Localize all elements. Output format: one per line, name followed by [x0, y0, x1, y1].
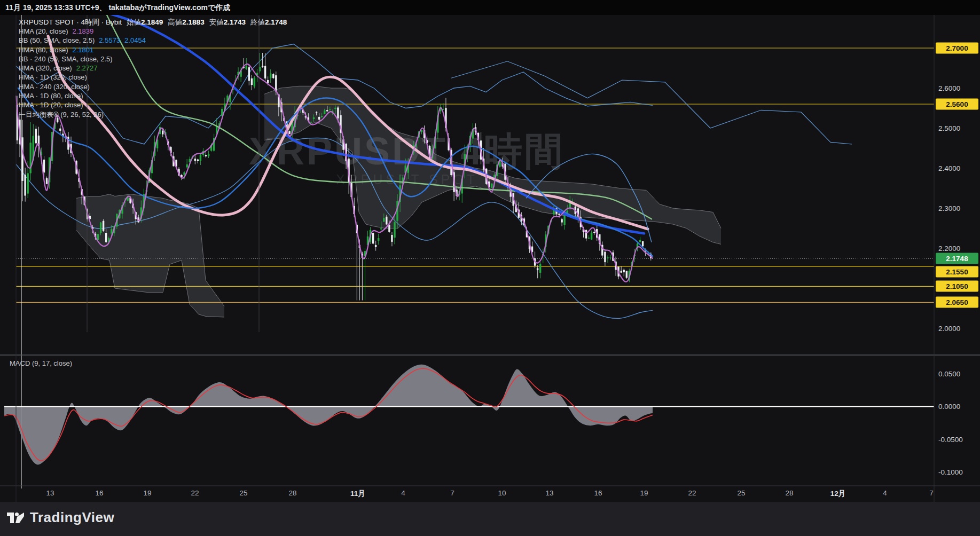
creation-header-text: 11月 19, 2025 13:33 UTC+9、 takatabaがTradi…	[5, 3, 230, 12]
time-tick-label: 7	[929, 489, 934, 497]
tradingview-logo-text: TradingView	[30, 509, 114, 526]
tradingview-logo[interactable]: TradingView	[6, 509, 114, 526]
time-tick-label: 10	[498, 489, 506, 497]
current-price-badge: 2.1748	[936, 253, 978, 264]
price-tick-label: 2.2000	[938, 245, 960, 253]
level-price-badge: 2.1050	[936, 281, 978, 292]
chart-canvas[interactable]: XRPUSDT 4時間XRPUSDT SPOT	[0, 0, 980, 502]
level-price-badge: 2.5600	[936, 99, 978, 110]
time-tick-label: 22	[688, 489, 696, 497]
time-axis-labels: 13161922252811月471013161922252812月47	[0, 486, 934, 502]
time-tick-label: 7	[450, 489, 454, 497]
level-price-badge: 2.0650	[936, 297, 978, 308]
price-tick-label: -0.0500	[938, 436, 963, 444]
price-tick-label: -0.1000	[938, 468, 963, 476]
time-tick-label: 22	[191, 489, 199, 497]
tradingview-mark-icon	[6, 510, 25, 526]
time-tick-label: 13	[46, 489, 54, 497]
price-tick-label: 2.4000	[938, 164, 960, 172]
time-tick-label: 13	[545, 489, 553, 497]
time-tick-label: 19	[640, 489, 648, 497]
time-tick-label: 11月	[350, 489, 365, 499]
time-tick-label: 25	[239, 489, 247, 497]
time-tick-label: 25	[737, 489, 745, 497]
price-tick-label: 0.0000	[938, 403, 960, 411]
level-price-badge: 2.1550	[936, 266, 978, 278]
price-tick-label: 2.0000	[938, 325, 960, 333]
time-tick-label: 19	[143, 489, 151, 497]
time-tick-label: 28	[288, 489, 296, 497]
tradingview-screenshot: 11月 19, 2025 13:33 UTC+9、 takatabaがTradi…	[0, 0, 980, 536]
macd-area	[4, 365, 653, 465]
price-tick-label: 2.6000	[938, 84, 960, 92]
price-tick-label: 2.3000	[938, 204, 960, 212]
time-tick-label: 4	[401, 489, 405, 497]
macd-legend-label[interactable]: MACD (9, 17, close)	[10, 359, 72, 367]
time-tick-label: 28	[785, 489, 793, 497]
price-tick-label: 0.0500	[938, 370, 960, 378]
footer-bar: TradingView	[0, 502, 980, 536]
creation-header: 11月 19, 2025 13:33 UTC+9、 takatabaがTradi…	[0, 0, 980, 15]
time-tick-label: 16	[594, 489, 602, 497]
level-price-badge: 2.7000	[936, 43, 978, 54]
time-tick-label: 12月	[830, 489, 846, 499]
time-tick-label: 4	[883, 489, 887, 497]
time-tick-label: 16	[95, 489, 103, 497]
price-tick-label: 2.5000	[938, 124, 960, 132]
